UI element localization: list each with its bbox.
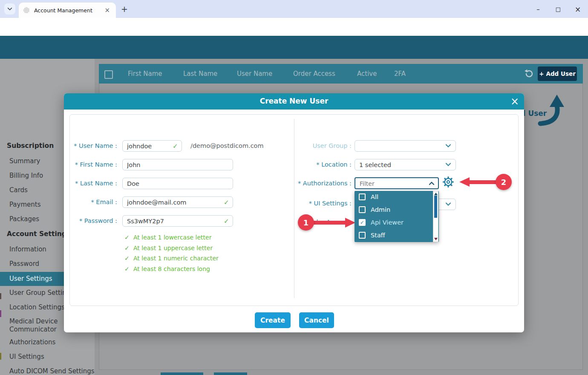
password-rule: At least 1 lowercase letter bbox=[133, 234, 211, 241]
valid-check-icon: ✓ bbox=[224, 217, 229, 225]
tab-close-icon[interactable]: × bbox=[103, 6, 112, 14]
option-api-viewer[interactable]: ✓ Api Viewer bbox=[355, 216, 439, 229]
sidebar-item-location-settings[interactable]: Location Settings bbox=[9, 303, 65, 311]
favicon bbox=[23, 7, 30, 14]
password-rule: At least 8 characters long bbox=[133, 265, 210, 272]
location-select[interactable]: 1 selected bbox=[355, 159, 456, 170]
sidebar-item-information[interactable]: Information bbox=[9, 245, 46, 253]
add-user-label: Add User bbox=[546, 70, 576, 77]
chevron-down-icon bbox=[445, 162, 451, 167]
modal-title: Create New User bbox=[64, 97, 524, 105]
location-value: 1 selected bbox=[359, 162, 391, 168]
email-label: * Email : bbox=[64, 199, 117, 205]
password-input[interactable] bbox=[122, 215, 233, 227]
step-badge-2: 2 bbox=[496, 174, 512, 190]
gear-icon[interactable] bbox=[442, 176, 454, 188]
sidebar-item-user-settings[interactable]: User Settings bbox=[9, 275, 52, 283]
refresh-icon[interactable] bbox=[524, 69, 534, 79]
scroll-down-icon[interactable] bbox=[434, 238, 438, 240]
password-label: * Password : bbox=[64, 217, 117, 224]
option-admin[interactable]: Admin bbox=[355, 204, 439, 216]
authorizations-filter-input[interactable] bbox=[359, 178, 424, 189]
sidebar-item-payments[interactable]: Payments bbox=[9, 201, 40, 208]
user-name-suffix: /demo@postdicom.com bbox=[190, 142, 264, 149]
option-all-label: All bbox=[371, 193, 378, 200]
bottom-button-strip bbox=[214, 372, 247, 375]
curved-up-arrow-icon bbox=[538, 93, 566, 127]
app-header: postDICOM User Settings bbox=[0, 36, 588, 59]
option-api-viewer-label: Api Viewer bbox=[371, 219, 404, 226]
step-badge-1: 1 bbox=[298, 214, 314, 231]
modal-header: Create New User × bbox=[64, 93, 524, 110]
password-rule: At least 1 uppercase letter bbox=[133, 245, 213, 251]
dropdown-scrollbar[interactable] bbox=[433, 191, 438, 242]
option-staff-label: Staff bbox=[371, 232, 385, 239]
last-name-input[interactable] bbox=[122, 178, 233, 189]
sidebar-item-billing-info[interactable]: Billing Info bbox=[9, 172, 43, 179]
sidebar-item-cards[interactable]: Cards bbox=[9, 186, 28, 194]
rule-check-icon: ✓ bbox=[124, 234, 130, 241]
sidebar-item-password[interactable]: Password bbox=[9, 260, 39, 268]
checkbox-staff[interactable] bbox=[359, 232, 366, 239]
chevron-up-icon[interactable] bbox=[429, 181, 435, 186]
column-user-name: User Name bbox=[237, 70, 272, 78]
cancel-button[interactable]: Cancel bbox=[299, 312, 334, 328]
sidebar-item-packages[interactable]: Packages bbox=[9, 215, 39, 223]
option-all[interactable]: All bbox=[355, 191, 439, 204]
window-maximize-button[interactable]: □ bbox=[552, 5, 565, 14]
scroll-up-icon[interactable] bbox=[434, 193, 438, 195]
new-tab-button[interactable]: + bbox=[121, 5, 128, 13]
chevron-down-icon bbox=[445, 202, 451, 207]
chevron-down-icon bbox=[445, 143, 451, 148]
scroll-thumb[interactable] bbox=[434, 196, 437, 218]
checkbox-api-viewer[interactable]: ✓ bbox=[359, 219, 366, 226]
authorizations-label: * Authorizations : bbox=[268, 180, 352, 187]
sidebar-item-ui-settings[interactable]: UI Settings bbox=[9, 353, 44, 361]
edge-mark bbox=[0, 293, 1, 299]
red-arrow-left-icon bbox=[458, 176, 498, 188]
email-input[interactable] bbox=[122, 196, 233, 208]
first-name-input[interactable] bbox=[122, 159, 233, 170]
user-group-label: User Group : bbox=[268, 142, 352, 149]
sidebar-item-auto-dicom-send-settings[interactable]: Auto DICOM Send Settings bbox=[9, 367, 95, 375]
ui-settings-label: * UI Settings : bbox=[268, 200, 352, 207]
column-first-name: First Name bbox=[128, 70, 162, 78]
column-last-name: Last Name bbox=[183, 70, 217, 78]
valid-check-icon: ✓ bbox=[173, 142, 178, 150]
last-name-label: * Last Name : bbox=[64, 180, 117, 187]
window-minimize-button[interactable]: – bbox=[532, 5, 545, 14]
user-name-label: * User Name : bbox=[64, 142, 117, 149]
option-admin-label: Admin bbox=[371, 206, 390, 213]
bottom-button-strip bbox=[161, 372, 203, 375]
password-rule: At least 1 numeric character bbox=[133, 255, 219, 262]
screen: Account Management × + – □ × ← → germany… bbox=[0, 0, 588, 375]
sidebar-item-authorizations[interactable]: Authorizations bbox=[9, 338, 55, 346]
column-order-access: Order Access bbox=[293, 70, 335, 78]
column-active: Active bbox=[357, 70, 377, 78]
authorizations-dropdown-panel: All Admin ✓ Api Viewer Staff bbox=[355, 191, 439, 242]
checkbox-admin[interactable] bbox=[359, 206, 366, 213]
select-all-checkbox[interactable] bbox=[104, 70, 113, 79]
location-label: * Location : bbox=[268, 161, 352, 168]
rule-check-icon: ✓ bbox=[124, 255, 130, 262]
sidebar-section-account-settings: Account Settings bbox=[7, 230, 70, 238]
checkbox-all[interactable] bbox=[359, 193, 366, 200]
browser-tab[interactable]: Account Management × bbox=[19, 3, 116, 18]
browser-tab-strip: Account Management × + – □ × bbox=[0, 0, 588, 18]
create-button[interactable]: Create bbox=[255, 312, 291, 328]
rule-check-icon: ✓ bbox=[124, 245, 130, 251]
sidebar-item-summary[interactable]: Summary bbox=[9, 157, 40, 165]
create-user-modal: Create New User × * User Name : ✓ /demo@… bbox=[64, 93, 524, 332]
add-user-button[interactable]: + Add User bbox=[538, 66, 577, 81]
tab-search-button[interactable] bbox=[4, 3, 15, 14]
user-table-header: First Name Last Name User Name Order Acc… bbox=[99, 64, 583, 84]
edge-mark bbox=[0, 353, 1, 360]
window-close-button[interactable]: × bbox=[571, 5, 584, 14]
option-staff[interactable]: Staff bbox=[355, 229, 439, 242]
user-group-select[interactable] bbox=[355, 140, 456, 152]
valid-check-icon: ✓ bbox=[224, 199, 229, 206]
authorizations-filter-combo[interactable] bbox=[355, 177, 439, 189]
modal-close-icon[interactable]: × bbox=[510, 95, 519, 107]
first-name-label: * First Name : bbox=[64, 161, 117, 168]
sidebar-section-subscription: Subscription bbox=[7, 142, 54, 150]
